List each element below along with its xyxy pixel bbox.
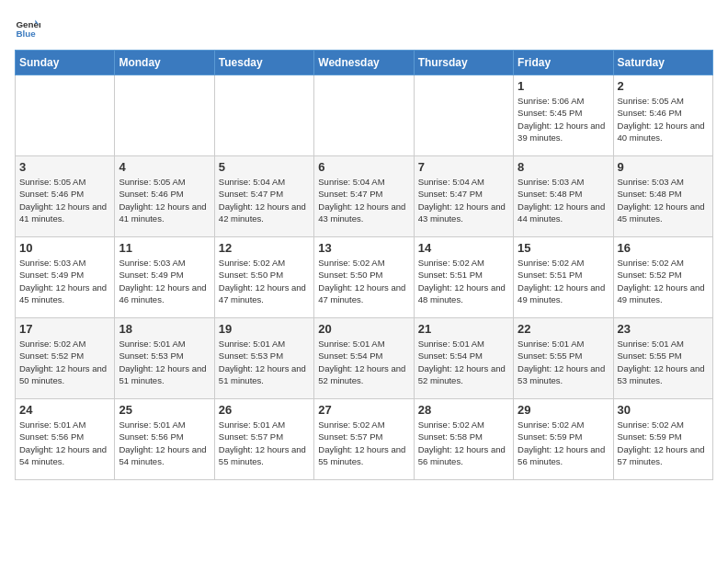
calendar-week-3: 10 Sunrise: 5:03 AM Sunset: 5:49 PM Dayl… <box>16 237 713 318</box>
calendar-cell: 8 Sunrise: 5:03 AM Sunset: 5:48 PM Dayli… <box>514 156 613 237</box>
day-number: 21 <box>418 322 509 336</box>
day-info: Sunrise: 5:01 AM Sunset: 5:56 PM Dayligh… <box>19 419 110 467</box>
day-number: 30 <box>618 403 709 417</box>
day-number: 27 <box>318 403 409 417</box>
day-number: 20 <box>318 322 409 336</box>
calendar-cell <box>214 75 313 156</box>
day-number: 11 <box>119 241 210 255</box>
day-number: 26 <box>219 403 310 417</box>
day-number: 13 <box>318 241 409 255</box>
day-info: Sunrise: 5:06 AM Sunset: 5:45 PM Dayligh… <box>518 95 609 144</box>
day-info: Sunrise: 5:02 AM Sunset: 5:51 PM Dayligh… <box>418 257 509 305</box>
calendar-cell: 9 Sunrise: 5:03 AM Sunset: 5:48 PM Dayli… <box>613 156 712 237</box>
day-info: Sunrise: 5:05 AM Sunset: 5:46 PM Dayligh… <box>618 95 709 144</box>
day-info: Sunrise: 5:01 AM Sunset: 5:56 PM Dayligh… <box>119 419 210 467</box>
day-info: Sunrise: 5:02 AM Sunset: 5:50 PM Dayligh… <box>219 257 310 305</box>
day-number: 10 <box>19 241 110 255</box>
day-number: 2 <box>618 79 709 93</box>
calendar-cell: 20 Sunrise: 5:01 AM Sunset: 5:54 PM Dayl… <box>314 318 414 399</box>
day-info: Sunrise: 5:03 AM Sunset: 5:48 PM Dayligh… <box>618 176 709 224</box>
day-number: 19 <box>219 322 310 336</box>
day-info: Sunrise: 5:05 AM Sunset: 5:46 PM Dayligh… <box>19 176 110 224</box>
day-number: 14 <box>418 241 509 255</box>
calendar-cell: 27 Sunrise: 5:02 AM Sunset: 5:57 PM Dayl… <box>314 399 414 480</box>
day-number: 22 <box>518 322 609 336</box>
calendar-cell: 4 Sunrise: 5:05 AM Sunset: 5:46 PM Dayli… <box>115 156 214 237</box>
weekday-header-thursday: Thursday <box>414 51 513 75</box>
calendar-cell: 3 Sunrise: 5:05 AM Sunset: 5:46 PM Dayli… <box>16 156 115 237</box>
weekday-header-tuesday: Tuesday <box>214 51 313 75</box>
day-info: Sunrise: 5:02 AM Sunset: 5:51 PM Dayligh… <box>518 257 609 305</box>
day-number: 25 <box>119 403 210 417</box>
calendar-cell: 2 Sunrise: 5:05 AM Sunset: 5:46 PM Dayli… <box>613 75 712 156</box>
calendar-cell: 6 Sunrise: 5:04 AM Sunset: 5:47 PM Dayli… <box>314 156 414 237</box>
day-info: Sunrise: 5:04 AM Sunset: 5:47 PM Dayligh… <box>318 176 409 224</box>
calendar-cell <box>414 75 513 156</box>
calendar-cell: 11 Sunrise: 5:03 AM Sunset: 5:49 PM Dayl… <box>115 237 214 318</box>
day-info: Sunrise: 5:04 AM Sunset: 5:47 PM Dayligh… <box>418 176 509 224</box>
day-info: Sunrise: 5:01 AM Sunset: 5:54 PM Dayligh… <box>318 338 409 386</box>
day-number: 8 <box>518 160 609 174</box>
calendar-week-2: 3 Sunrise: 5:05 AM Sunset: 5:46 PM Dayli… <box>16 156 713 237</box>
calendar-cell: 15 Sunrise: 5:02 AM Sunset: 5:51 PM Dayl… <box>514 237 613 318</box>
day-info: Sunrise: 5:04 AM Sunset: 5:47 PM Dayligh… <box>219 176 310 224</box>
day-number: 17 <box>19 322 110 336</box>
day-info: Sunrise: 5:01 AM Sunset: 5:55 PM Dayligh… <box>618 338 709 386</box>
calendar-cell <box>115 75 214 156</box>
calendar-cell: 25 Sunrise: 5:01 AM Sunset: 5:56 PM Dayl… <box>115 399 214 480</box>
weekday-header-row: SundayMondayTuesdayWednesdayThursdayFrid… <box>16 51 713 75</box>
day-info: Sunrise: 5:02 AM Sunset: 5:57 PM Dayligh… <box>318 419 409 467</box>
calendar-cell: 16 Sunrise: 5:02 AM Sunset: 5:52 PM Dayl… <box>613 237 712 318</box>
page-header: General Blue <box>15 15 713 40</box>
calendar-cell: 30 Sunrise: 5:02 AM Sunset: 5:59 PM Dayl… <box>613 399 712 480</box>
calendar-cell: 12 Sunrise: 5:02 AM Sunset: 5:50 PM Dayl… <box>214 237 313 318</box>
calendar-cell: 28 Sunrise: 5:02 AM Sunset: 5:58 PM Dayl… <box>414 399 513 480</box>
day-info: Sunrise: 5:03 AM Sunset: 5:49 PM Dayligh… <box>19 257 110 305</box>
weekday-header-monday: Monday <box>115 51 214 75</box>
calendar-cell: 29 Sunrise: 5:02 AM Sunset: 5:59 PM Dayl… <box>514 399 613 480</box>
calendar-cell: 22 Sunrise: 5:01 AM Sunset: 5:55 PM Dayl… <box>514 318 613 399</box>
calendar-cell: 18 Sunrise: 5:01 AM Sunset: 5:53 PM Dayl… <box>115 318 214 399</box>
day-number: 12 <box>219 241 310 255</box>
day-info: Sunrise: 5:02 AM Sunset: 5:52 PM Dayligh… <box>618 257 709 305</box>
day-info: Sunrise: 5:02 AM Sunset: 5:50 PM Dayligh… <box>318 257 409 305</box>
day-info: Sunrise: 5:02 AM Sunset: 5:59 PM Dayligh… <box>618 419 709 467</box>
day-info: Sunrise: 5:01 AM Sunset: 5:54 PM Dayligh… <box>418 338 509 386</box>
calendar-cell: 5 Sunrise: 5:04 AM Sunset: 5:47 PM Dayli… <box>214 156 313 237</box>
calendar-cell <box>314 75 414 156</box>
day-number: 15 <box>518 241 609 255</box>
weekday-header-friday: Friday <box>514 51 613 75</box>
logo-icon: General Blue <box>15 15 40 40</box>
calendar-cell: 14 Sunrise: 5:02 AM Sunset: 5:51 PM Dayl… <box>414 237 513 318</box>
day-info: Sunrise: 5:05 AM Sunset: 5:46 PM Dayligh… <box>119 176 210 224</box>
day-number: 29 <box>518 403 609 417</box>
logo: General Blue <box>15 15 44 40</box>
calendar-week-1: 1 Sunrise: 5:06 AM Sunset: 5:45 PM Dayli… <box>16 75 713 156</box>
day-number: 5 <box>219 160 310 174</box>
day-info: Sunrise: 5:03 AM Sunset: 5:49 PM Dayligh… <box>119 257 210 305</box>
day-number: 1 <box>518 79 609 93</box>
day-number: 3 <box>19 160 110 174</box>
day-info: Sunrise: 5:02 AM Sunset: 5:59 PM Dayligh… <box>518 419 609 467</box>
calendar-cell: 1 Sunrise: 5:06 AM Sunset: 5:45 PM Dayli… <box>514 75 613 156</box>
day-info: Sunrise: 5:01 AM Sunset: 5:57 PM Dayligh… <box>219 419 310 467</box>
calendar-week-4: 17 Sunrise: 5:02 AM Sunset: 5:52 PM Dayl… <box>16 318 713 399</box>
calendar-cell: 13 Sunrise: 5:02 AM Sunset: 5:50 PM Dayl… <box>314 237 414 318</box>
day-number: 24 <box>19 403 110 417</box>
day-number: 18 <box>119 322 210 336</box>
calendar-cell: 10 Sunrise: 5:03 AM Sunset: 5:49 PM Dayl… <box>16 237 115 318</box>
calendar-cell: 24 Sunrise: 5:01 AM Sunset: 5:56 PM Dayl… <box>16 399 115 480</box>
day-info: Sunrise: 5:02 AM Sunset: 5:52 PM Dayligh… <box>19 338 110 386</box>
calendar-week-5: 24 Sunrise: 5:01 AM Sunset: 5:56 PM Dayl… <box>16 399 713 480</box>
day-number: 28 <box>418 403 509 417</box>
day-number: 7 <box>418 160 509 174</box>
calendar-table: SundayMondayTuesdayWednesdayThursdayFrid… <box>15 50 713 480</box>
calendar-cell: 7 Sunrise: 5:04 AM Sunset: 5:47 PM Dayli… <box>414 156 513 237</box>
day-info: Sunrise: 5:01 AM Sunset: 5:53 PM Dayligh… <box>119 338 210 386</box>
calendar-cell <box>16 75 115 156</box>
calendar-cell: 19 Sunrise: 5:01 AM Sunset: 5:53 PM Dayl… <box>214 318 313 399</box>
day-info: Sunrise: 5:01 AM Sunset: 5:55 PM Dayligh… <box>518 338 609 386</box>
day-number: 16 <box>618 241 709 255</box>
weekday-header-sunday: Sunday <box>16 51 115 75</box>
calendar-cell: 23 Sunrise: 5:01 AM Sunset: 5:55 PM Dayl… <box>613 318 712 399</box>
